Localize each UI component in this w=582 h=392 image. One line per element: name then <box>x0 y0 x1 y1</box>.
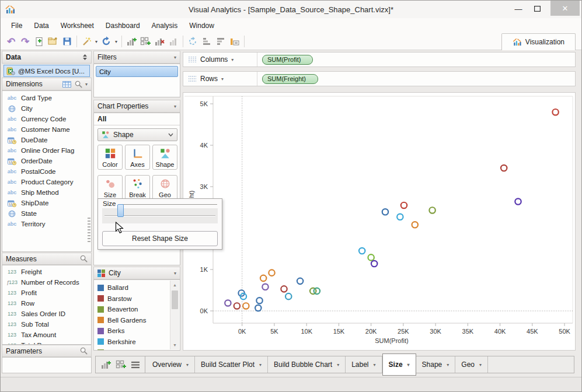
format-wand-button[interactable] <box>79 34 93 48</box>
scatter-point[interactable] <box>397 214 403 220</box>
columns-pill-sum-profit[interactable]: SUM(Profit) <box>262 55 313 65</box>
tab-overview[interactable]: Overview▾ <box>147 356 195 373</box>
format-wand-dropdown-icon[interactable]: ▾ <box>93 39 99 44</box>
axes-property-button[interactable]: Axes <box>125 145 150 170</box>
rows-shelf-label[interactable]: Rows ▾ <box>183 75 257 83</box>
data-source-item[interactable]: @MS Excel Docs [U... <box>4 65 90 77</box>
maximize-button[interactable] <box>529 2 545 16</box>
tab-shape[interactable]: Shape▾ <box>416 356 456 373</box>
redo-button[interactable]: ↷ <box>18 34 32 48</box>
menu-worksheet[interactable]: Worksheet <box>55 19 100 32</box>
scatter-point[interactable] <box>243 303 249 309</box>
sheet-list-icon[interactable] <box>131 361 140 369</box>
dimension-postalcode[interactable]: abcPostalCode <box>2 166 91 177</box>
columns-shelf-label[interactable]: Columns ▾ <box>183 55 257 64</box>
new-document-button[interactable] <box>32 34 46 48</box>
measure-total-due[interactable]: 123Total Due <box>2 340 91 345</box>
tab-label[interactable]: Label▾ <box>346 356 382 373</box>
dimension-product-category[interactable]: abcProduct Category <box>2 177 91 187</box>
dimension-territory[interactable]: abcTerritory <box>2 219 91 229</box>
scroll-down-icon[interactable]: ▼ <box>170 341 179 349</box>
size-property-button[interactable]: Size <box>97 175 123 200</box>
scrollbar-thumb[interactable] <box>172 290 178 309</box>
chevron-down-icon[interactable]: ▾ <box>479 362 482 368</box>
measure-tax-amount[interactable]: 123Tax Amount <box>2 330 91 340</box>
scatter-point[interactable] <box>255 305 261 311</box>
tab-build-scatter-plot[interactable]: Build Scatter Plot▾ <box>195 356 268 373</box>
menu-data[interactable]: Data <box>28 19 54 32</box>
scroll-up-icon[interactable]: ▲ <box>170 281 179 289</box>
refresh-dropdown-icon[interactable]: ▾ <box>113 39 119 44</box>
measure-profit[interactable]: 123Profit <box>2 288 91 298</box>
dimension-currency-code[interactable]: abcCurrency Code <box>2 114 91 124</box>
chevron-down-icon[interactable]: ▾ <box>259 362 262 368</box>
scatter-point[interactable] <box>262 284 268 290</box>
scatter-point[interactable] <box>297 278 303 284</box>
scatter-point[interactable] <box>285 293 291 299</box>
minimize-button[interactable]: — <box>510 2 527 16</box>
menu-window[interactable]: Window <box>183 19 220 32</box>
scatter-point[interactable] <box>515 198 521 204</box>
legend-item-birmingham[interactable]: Birmingham <box>94 347 180 351</box>
label-marks-button[interactable] <box>228 34 242 48</box>
scatter-point[interactable] <box>429 207 435 213</box>
measure-row[interactable]: 123Row <box>2 298 91 309</box>
rows-pill-sum-freight[interactable]: SUM(Freight) <box>262 74 318 84</box>
chevron-down-icon[interactable]: ▾ <box>85 82 88 87</box>
new-worksheet-icon[interactable] <box>100 360 111 369</box>
menu-dashboard[interactable]: Dashboard <box>100 19 146 32</box>
filter-pill-city[interactable]: City <box>96 66 178 77</box>
view-as-table-icon[interactable] <box>62 80 71 88</box>
scatter-point[interactable] <box>269 270 274 275</box>
legend-scrollbar[interactable]: ▲ ▼ <box>170 281 179 349</box>
chevron-down-icon[interactable]: ▾ <box>407 362 410 368</box>
legend-item-berks[interactable]: Berks <box>94 326 180 337</box>
scatter-point[interactable] <box>371 261 377 267</box>
measure-freight[interactable]: 123Freight <box>2 267 91 277</box>
dimension-card-type[interactable]: abcCard Type <box>2 93 91 103</box>
shape-property-button[interactable]: Shape <box>152 145 177 170</box>
panel-splitter-grip[interactable] <box>88 218 90 243</box>
swap-axes-button[interactable] <box>186 34 200 48</box>
break-property-button[interactable]: Break <box>125 175 150 200</box>
measure-sub-total[interactable]: 123Sub Total <box>2 319 91 330</box>
tab-build-bubble-chart[interactable]: Build Bubble Chart▾ <box>268 356 346 373</box>
sort-fields-icon[interactable] <box>82 54 88 61</box>
add-dashboard-button[interactable] <box>138 34 152 48</box>
legend-item-barstow[interactable]: Barstow <box>94 293 180 304</box>
sort-descending-button[interactable] <box>214 34 228 48</box>
chevron-down-icon[interactable]: ▾ <box>337 362 339 368</box>
dimension-city[interactable]: City <box>2 103 91 114</box>
legend-item-bell-gardens[interactable]: Bell Gardens <box>94 315 180 326</box>
chevron-down-icon[interactable]: ▾ <box>231 57 234 62</box>
legend-item-beaverton[interactable]: Beaverton <box>94 304 180 315</box>
dimension-duedate[interactable]: 12DueDate <box>2 135 91 145</box>
dimension-state[interactable]: State <box>2 208 91 219</box>
menu-file[interactable]: File <box>5 19 28 32</box>
search-icon[interactable] <box>75 80 82 88</box>
chevron-down-icon[interactable]: ▾ <box>174 55 176 60</box>
scatter-point[interactable] <box>314 288 320 294</box>
scatter-point[interactable] <box>256 298 262 303</box>
dimension-customer-name[interactable]: abcCustomer Name <box>2 124 91 135</box>
legend-item-ballard[interactable]: Ballard <box>94 282 180 293</box>
chevron-down-icon[interactable]: ▾ <box>374 362 376 368</box>
undo-button[interactable]: ↶ <box>4 34 18 48</box>
scatter-point[interactable] <box>501 165 507 171</box>
delete-worksheet-button[interactable] <box>152 34 166 48</box>
geo-property-button[interactable]: Geo <box>152 175 177 200</box>
chevron-down-icon[interactable]: ▾ <box>186 362 189 368</box>
mark-type-dropdown[interactable]: Shape <box>97 128 177 141</box>
search-icon[interactable] <box>80 347 88 355</box>
dimension-online-order-flag[interactable]: abcOnline Order Flag <box>2 145 91 156</box>
open-file-button[interactable] <box>46 34 60 48</box>
scatter-point[interactable] <box>368 254 374 260</box>
legend-item-berkshire[interactable]: Berkshire <box>94 337 180 348</box>
measure-sales-order-id[interactable]: 123Sales Order ID <box>2 309 91 319</box>
scatter-point[interactable] <box>260 275 266 281</box>
scatter-point[interactable] <box>412 222 418 228</box>
tab-geo[interactable]: Geo▾ <box>455 356 488 373</box>
add-worksheet-button[interactable] <box>124 34 138 48</box>
color-property-button[interactable]: Color <box>97 145 123 170</box>
scatter-point[interactable] <box>382 209 388 215</box>
